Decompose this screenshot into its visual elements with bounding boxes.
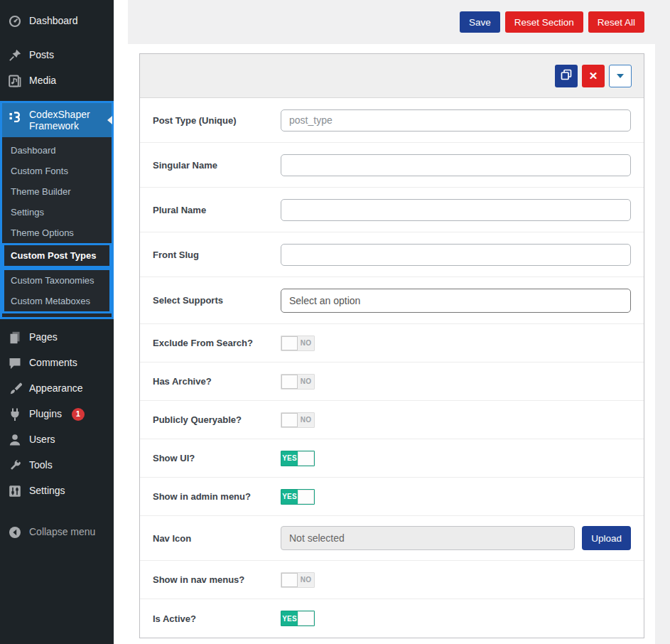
sidebar-item-dashboard[interactable]: Dashboard [0,9,114,34]
sidebar-item-tools[interactable]: Tools [0,453,114,478]
highlight-box-siblings: Custom TaxonomiesCustom Metaboxes [2,268,112,313]
form-row-show-in-nav-menus: Show in nav menus?NO [140,561,644,599]
is-active-toggle[interactable]: YES [281,611,315,626]
form-row-publicly-queryable: Publicly Queryable?NO [140,401,644,439]
field-control [281,199,631,221]
toggle-state-label: NO [298,375,314,389]
show-ui-toggle[interactable]: YES [281,451,315,466]
submenu-item-dashboard[interactable]: Dashboard [2,140,112,161]
reset-section-button[interactable]: Reset Section [505,11,583,33]
has-archive-toggle[interactable]: NO [281,374,315,390]
submenu-item-custom-taxonomies[interactable]: Custom Taxonomies [4,270,109,291]
submenu-item-theme-builder[interactable]: Theme Builder [2,181,112,202]
plural-name-input[interactable] [281,199,631,221]
codexshaper-framework-section: CodexShaper FrameworkDashboardCustom Fon… [0,101,114,319]
dashboard-icon [8,14,22,28]
delete-button[interactable]: ✕ [582,65,605,87]
plugin-icon [8,407,22,422]
sidebar-item-comments[interactable]: Comments [0,350,114,376]
sidebar-item-label: Posts [29,49,54,62]
toggle-state-label: NO [298,413,314,427]
toggle-state-label: YES [281,490,298,504]
form-row-nav-icon: Nav IconNot selectedUpload [140,516,644,561]
singular-name-input[interactable] [281,154,631,176]
toggle-knob [281,573,298,587]
form-row-show-in-admin-menu: Show in admin menu?YES [140,478,644,516]
publicly-queryable-toggle[interactable]: NO [281,412,315,428]
show-in-nav-menus-toggle[interactable]: NO [281,572,315,588]
sidebar-item-pages[interactable]: Pages [0,325,114,350]
pages-icon [8,331,22,345]
field-label: Exclude From Search? [153,338,281,348]
toggle-knob [281,336,298,350]
field-label: Plural Name [153,205,281,215]
clone-button[interactable] [555,65,578,87]
field-label: Nav Icon [153,533,281,544]
toggle-knob [298,451,314,466]
collapse-icon [8,525,22,540]
field-control: NO [281,336,631,351]
plugins-update-badge: 1 [72,408,85,421]
codexshaper-logo-icon [8,110,22,127]
toggle-state-label: NO [298,573,314,587]
field-label: Select Supports [153,295,281,306]
sidebar-item-plugins[interactable]: Plugins1 [0,402,114,427]
sidebar-item-appearance[interactable]: Appearance [0,376,114,402]
page-right-gutter [655,44,670,644]
sidebar-item-codexshaper-framework[interactable]: CodexShaper Framework [2,103,112,137]
brush-icon [8,382,22,396]
collapse-button[interactable] [609,65,632,87]
upload-button[interactable]: Upload [582,526,631,550]
sidebar-item-label: CodexShaper Framework [29,109,104,132]
sidebar-item-label: Users [29,434,55,446]
field-label: Publicly Queryable? [153,414,281,425]
form-row-show-ui: Show UI?YES [140,439,644,478]
sidebar-item-label: Settings [29,485,65,498]
field-label: Singular Name [153,160,281,171]
sidebar-item-label: Tools [29,459,53,472]
field-control: YES [281,611,631,626]
chevron-down-icon [617,74,624,82]
nav-icon-value[interactable]: Not selected [281,526,575,550]
sidebar-item-users[interactable]: Users [0,427,114,453]
sidebar-item-label: Comments [29,357,77,370]
toggle-state-label: YES [281,611,298,626]
close-icon: ✕ [589,70,598,82]
field-control [281,244,631,266]
comment-icon [8,356,22,370]
submenu-item-custom-fonts[interactable]: Custom Fonts [2,161,112,181]
field-control [281,109,631,132]
reset-all-button[interactable]: Reset All [588,11,644,33]
field-label: Show in nav menus? [153,574,281,585]
field-control: Select an option [281,289,631,313]
sidebar-item-label: Appearance [29,382,83,395]
sidebar-item-settings[interactable]: Settings [0,478,114,504]
submenu-item-custom-post-types[interactable]: Custom Post Types [4,245,109,266]
save-button[interactable]: Save [460,11,500,33]
sidebar-item-label: Dashboard [29,15,78,28]
toggle-knob [298,490,314,504]
field-label: Has Archive? [153,376,281,387]
field-label: Post Type (Unique) [153,115,281,126]
show-in-admin-menu-toggle[interactable]: YES [281,489,315,505]
admin-sidebar: DashboardPostsMediaCodexShaper Framework… [0,0,114,644]
sidebar-item-media[interactable]: Media [0,68,114,94]
select-supports-select[interactable]: Select an option [281,289,631,313]
sliders-icon [8,484,22,498]
field-label: Show in admin menu? [153,491,281,502]
submenu-item-custom-metaboxes[interactable]: Custom Metaboxes [4,291,109,311]
post-type-panel: ✕ Post Type (Unique)Singular NamePlural … [139,53,644,638]
submenu-item-theme-options[interactable]: Theme Options [2,222,112,243]
field-control: NO [281,412,631,428]
pin-icon [8,48,22,63]
sidebar-item-collapse-menu[interactable]: Collapse menu [0,520,114,545]
toggle-knob [298,611,314,626]
sidebar-item-posts[interactable]: Posts [0,43,114,68]
toggle-state-label: NO [298,336,314,350]
exclude-from-search-toggle[interactable]: NO [281,336,315,351]
submenu-item-settings[interactable]: Settings [2,202,112,222]
field-label: Front Slug [153,249,281,260]
field-label: Is Active? [153,613,281,624]
post-type-unique-input[interactable] [281,109,631,132]
front-slug-input[interactable] [281,244,631,266]
